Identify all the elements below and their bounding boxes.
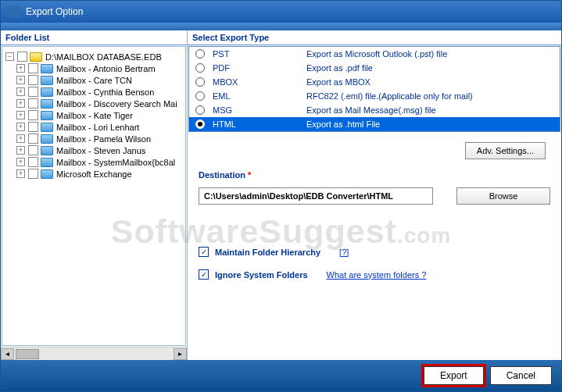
export-type-name: MBOX bbox=[213, 77, 306, 87]
tree-item-label: Mailbox - Antonio Bertram bbox=[56, 64, 156, 73]
collapse-icon[interactable]: − bbox=[5, 52, 14, 61]
scroll-right-icon[interactable]: ► bbox=[174, 348, 187, 360]
checkbox[interactable] bbox=[28, 134, 38, 144]
tree-item-label: Mailbox - Lori Lenhart bbox=[56, 123, 139, 132]
tree-item[interactable]: +Mailbox - Cynthia Benson bbox=[16, 86, 184, 98]
export-type-html[interactable]: HTMLExport as .html File bbox=[189, 117, 560, 131]
export-dialog: Export Option Folder List − D:\MAILBOX D… bbox=[0, 0, 562, 392]
tree-item[interactable]: +Mailbox - Steven Janus bbox=[16, 144, 184, 156]
expand-icon[interactable]: + bbox=[16, 123, 25, 131]
mailbox-icon bbox=[41, 123, 53, 132]
toolbar-strip bbox=[1, 23, 561, 30]
tree-item[interactable]: +Mailbox - Care TCN bbox=[16, 74, 184, 86]
folder-tree[interactable]: − D:\MAILBOX DATABASE.EDB +Mailbox - Ant… bbox=[2, 46, 186, 346]
tree-item-label: Microsoft Exchange bbox=[56, 169, 132, 179]
radio-icon[interactable] bbox=[195, 49, 205, 59]
mailbox-icon bbox=[41, 134, 53, 144]
ignore-system-folders-row: ✓ Ignore System Folders What are system … bbox=[199, 269, 550, 280]
tree-item[interactable]: +Mailbox - Discovery Search Mai bbox=[16, 98, 184, 109]
checkbox[interactable] bbox=[28, 75, 38, 85]
export-type-desc: Export as Microsoft Outlook (.pst) file bbox=[306, 49, 447, 59]
checkbox[interactable] bbox=[28, 63, 38, 73]
export-type-desc: Export as Mail Message(.msg) file bbox=[306, 105, 436, 115]
checkbox[interactable] bbox=[28, 145, 38, 155]
checkbox[interactable] bbox=[28, 169, 38, 179]
folder-list-panel: Folder List − D:\MAILBOX DATABASE.EDB +M… bbox=[1, 30, 188, 360]
app-icon bbox=[7, 5, 20, 18]
mailbox-icon bbox=[41, 158, 53, 167]
checkbox[interactable] bbox=[17, 52, 27, 62]
radio-icon[interactable] bbox=[195, 91, 205, 101]
ignore-system-checkbox[interactable]: ✓ bbox=[199, 269, 209, 280]
horizontal-scrollbar[interactable]: ◄ ► bbox=[1, 347, 187, 360]
tree-item[interactable]: +Mailbox - Antonio Bertram bbox=[16, 62, 184, 74]
export-type-name: EML bbox=[213, 91, 306, 101]
tree-item[interactable]: +Mailbox - Pamela Wilson bbox=[16, 133, 184, 144]
export-type-pdf[interactable]: PDFExport as .pdf file bbox=[189, 61, 560, 75]
folder-list-title: Folder List bbox=[1, 30, 187, 45]
checkbox[interactable] bbox=[28, 98, 38, 109]
checkbox[interactable] bbox=[28, 122, 38, 132]
export-type-desc: Export as .html File bbox=[306, 119, 380, 129]
tree-item-label: Mailbox - Kate Tiger bbox=[56, 111, 133, 120]
expand-icon[interactable]: + bbox=[16, 111, 25, 119]
expand-icon[interactable]: + bbox=[16, 146, 25, 155]
cancel-button[interactable]: Cancel bbox=[490, 366, 552, 385]
folder-open-icon bbox=[30, 52, 42, 62]
tree-root[interactable]: − D:\MAILBOX DATABASE.EDB bbox=[5, 51, 184, 62]
tree-item-label: Mailbox - Discovery Search Mai bbox=[56, 99, 177, 109]
expand-icon[interactable]: + bbox=[16, 99, 25, 108]
export-type-mbox[interactable]: MBOXExport as MBOX bbox=[189, 75, 560, 89]
export-options-panel: Select Export Type PSTExport as Microsof… bbox=[188, 30, 561, 360]
export-type-name: PDF bbox=[213, 63, 306, 73]
adv-settings-button[interactable]: Adv. Settings... bbox=[465, 142, 546, 159]
tree-item[interactable]: +Mailbox - Kate Tiger bbox=[16, 109, 184, 121]
checkbox[interactable] bbox=[28, 110, 38, 120]
maintain-hierarchy-checkbox[interactable]: ✓ bbox=[199, 247, 209, 257]
tree-item[interactable]: +Mailbox - SystemMailbox{bc8al bbox=[16, 156, 184, 168]
radio-icon[interactable] bbox=[195, 119, 205, 129]
export-type-title: Select Export Type bbox=[188, 30, 561, 45]
system-folders-link[interactable]: What are system folders ? bbox=[327, 270, 427, 280]
expand-icon[interactable]: + bbox=[16, 169, 25, 178]
export-button[interactable]: Export bbox=[424, 366, 484, 385]
radio-icon[interactable] bbox=[195, 77, 205, 87]
mailbox-icon bbox=[41, 64, 53, 73]
checkbox[interactable] bbox=[28, 157, 38, 167]
radio-icon[interactable] bbox=[195, 63, 205, 73]
scroll-thumb[interactable] bbox=[16, 349, 39, 359]
tree-item[interactable]: +Microsoft Exchange bbox=[16, 168, 184, 180]
scroll-left-icon[interactable]: ◄ bbox=[1, 348, 14, 360]
expand-icon[interactable]: + bbox=[16, 76, 25, 84]
export-type-name: HTML bbox=[213, 119, 306, 129]
hierarchy-help-link[interactable]: [?] bbox=[339, 248, 349, 257]
export-type-desc: Export as .pdf file bbox=[306, 63, 373, 73]
tree-item-label: Mailbox - Steven Janus bbox=[56, 146, 145, 155]
expand-icon[interactable]: + bbox=[16, 158, 25, 166]
browse-button[interactable]: Browse bbox=[456, 187, 550, 205]
root-label: D:\MAILBOX DATABASE.EDB bbox=[45, 52, 162, 62]
export-type-desc: RFC822 (.eml) file.(Applicable only for … bbox=[306, 91, 473, 101]
titlebar: Export Option bbox=[1, 1, 561, 23]
export-type-list: PSTExport as Microsoft Outlook (.pst) fi… bbox=[188, 46, 560, 132]
mailbox-icon bbox=[41, 87, 53, 97]
window-title: Export Option bbox=[26, 6, 83, 17]
expand-icon[interactable]: + bbox=[16, 134, 25, 143]
export-type-msg[interactable]: MSGExport as Mail Message(.msg) file bbox=[189, 103, 560, 117]
export-type-pst[interactable]: PSTExport as Microsoft Outlook (.pst) fi… bbox=[189, 47, 560, 61]
expand-icon[interactable]: + bbox=[16, 64, 25, 73]
tree-item[interactable]: +Mailbox - Lori Lenhart bbox=[16, 121, 184, 133]
expand-icon[interactable]: + bbox=[16, 87, 25, 96]
mailbox-icon bbox=[41, 76, 53, 85]
radio-icon[interactable] bbox=[195, 105, 205, 115]
destination-input[interactable] bbox=[199, 187, 433, 205]
tree-item-label: Mailbox - Care TCN bbox=[56, 76, 132, 85]
export-type-name: MSG bbox=[213, 105, 306, 115]
mailbox-icon bbox=[41, 99, 53, 109]
export-type-eml[interactable]: EMLRFC822 (.eml) file.(Applicable only f… bbox=[189, 89, 560, 103]
mailbox-icon bbox=[41, 111, 53, 120]
export-type-desc: Export as MBOX bbox=[306, 77, 370, 87]
maintain-hierarchy-row: ✓ Maintain Folder Hierarchy [?] bbox=[199, 247, 550, 257]
checkbox[interactable] bbox=[28, 87, 38, 97]
mailbox-icon bbox=[41, 169, 53, 179]
